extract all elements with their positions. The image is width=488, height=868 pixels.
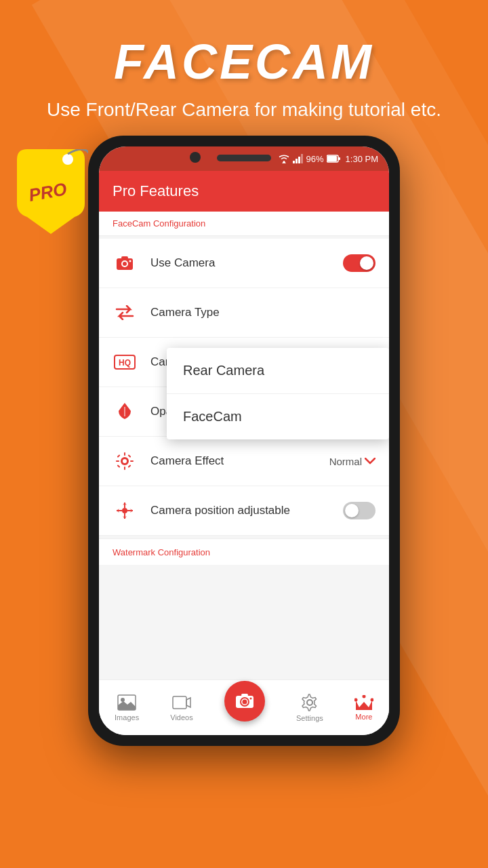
header-area: FACECAM Use Front/Rear Camera for making… <box>0 0 488 142</box>
use-camera-toggle[interactable] <box>343 254 375 272</box>
svg-rect-13 <box>121 256 128 259</box>
facecam-option: FaceCam <box>183 409 242 424</box>
use-camera-label: Use Camera <box>150 256 343 270</box>
svg-rect-22 <box>130 460 134 462</box>
svg-rect-19 <box>124 452 125 456</box>
svg-point-42 <box>362 695 365 698</box>
section-title: FaceCam Configuration <box>113 218 205 229</box>
crown-icon <box>354 695 373 710</box>
svg-rect-38 <box>241 694 248 696</box>
svg-point-18 <box>123 459 127 463</box>
settings-list: Use Camera Camera Type <box>99 239 389 536</box>
wifi-icon <box>278 154 290 163</box>
opacity-icon <box>113 399 137 424</box>
svg-rect-6 <box>301 154 303 163</box>
svg-point-41 <box>354 698 358 701</box>
images-label: Images <box>115 713 139 722</box>
svg-rect-5 <box>298 157 300 163</box>
image-icon <box>117 694 136 711</box>
app-bar: Pro Features <box>99 171 389 212</box>
move-icon <box>113 498 137 523</box>
svg-rect-25 <box>117 465 121 468</box>
svg-text:HQ: HQ <box>119 358 131 368</box>
rear-camera-option: Rear Camera <box>183 363 264 378</box>
svg-rect-26 <box>128 465 131 468</box>
camera-nav-icon <box>235 692 254 710</box>
hq-icon: HQ <box>113 350 137 374</box>
phone-camera-dot <box>190 152 201 163</box>
svg-rect-4 <box>296 159 298 163</box>
svg-rect-34 <box>173 696 186 709</box>
camera-effect-value[interactable]: Normal <box>329 456 375 467</box>
phone-outer: 96% 1:30 PM Pro Features <box>88 136 400 746</box>
svg-point-40 <box>307 700 312 705</box>
effect-icon <box>113 449 137 473</box>
battery-text: 96% <box>306 154 324 164</box>
svg-point-43 <box>370 698 373 701</box>
svg-point-33 <box>121 698 125 702</box>
svg-point-37 <box>242 699 247 704</box>
battery-icon <box>327 155 340 163</box>
signal-icon <box>293 154 304 163</box>
screen-inner: Pro Features FaceCam Configuration <box>99 171 389 735</box>
app-subtitle: Use Front/Rear Camera for making tutoria… <box>27 98 461 122</box>
camera-effect-text: Normal <box>329 456 362 467</box>
nav-item-more[interactable]: More <box>354 695 373 721</box>
svg-rect-24 <box>128 454 131 458</box>
app-title: FACECAM <box>27 34 461 90</box>
dropdown-item-facecam[interactable]: FaceCam <box>167 394 389 439</box>
camera-position-label: Camera position adjustable <box>150 504 343 517</box>
chevron-down-icon <box>365 458 375 465</box>
svg-rect-8 <box>327 156 337 161</box>
more-label: More <box>355 713 372 721</box>
camera-position-toggle[interactable] <box>343 502 375 519</box>
settings-item-camera-type[interactable]: Camera Type Rear Camera FaceCam <box>99 288 389 338</box>
camera-icon <box>113 251 137 275</box>
status-icons: 96% 1:30 PM <box>278 154 378 164</box>
nav-item-camera[interactable] <box>224 681 265 722</box>
svg-rect-23 <box>117 454 121 458</box>
nav-item-settings[interactable]: Settings <box>296 694 323 722</box>
main-content: FaceCam Configuration <box>99 212 389 735</box>
svg-point-2 <box>283 161 285 163</box>
time-text: 1:30 PM <box>346 154 378 164</box>
svg-point-0 <box>62 154 73 165</box>
svg-rect-21 <box>116 460 119 462</box>
svg-point-12 <box>123 262 127 266</box>
settings-label: Settings <box>296 714 323 722</box>
swap-icon <box>113 300 137 325</box>
svg-point-27 <box>122 508 127 513</box>
svg-point-39 <box>249 697 251 699</box>
camera-type-dropdown[interactable]: Rear Camera FaceCam <box>167 348 389 439</box>
camera-effect-label: Camera Effect <box>150 454 329 468</box>
settings-item-camera-position[interactable]: Camera position adjustable <box>99 486 389 536</box>
watermark-section-hint: Watermark Configuration <box>99 538 389 565</box>
phone-screen: 96% 1:30 PM Pro Features <box>99 146 389 735</box>
watermark-section-label: Watermark Configuration <box>113 547 210 557</box>
svg-rect-20 <box>124 467 125 470</box>
video-icon <box>172 694 191 711</box>
nav-item-videos[interactable]: Videos <box>170 694 192 722</box>
videos-label: Videos <box>170 713 192 722</box>
svg-rect-3 <box>293 161 295 163</box>
settings-item-camera-effect[interactable]: Camera Effect Normal <box>99 437 389 486</box>
settings-icon <box>301 694 319 711</box>
phone-container: 96% 1:30 PM Pro Features <box>88 136 400 746</box>
nav-item-images[interactable]: Images <box>115 694 139 722</box>
phone-speaker <box>217 155 271 161</box>
svg-point-14 <box>129 260 131 262</box>
settings-item-use-camera[interactable]: Use Camera <box>99 239 389 288</box>
svg-rect-9 <box>338 157 340 160</box>
bottom-nav: Images Videos <box>99 679 389 735</box>
app-bar-title: Pro Features <box>113 182 199 200</box>
section-header: FaceCam Configuration <box>99 212 389 236</box>
camera-type-label: Camera Type <box>150 306 375 319</box>
dropdown-item-rear[interactable]: Rear Camera <box>167 348 389 394</box>
pro-badge: PRO <box>14 149 88 237</box>
